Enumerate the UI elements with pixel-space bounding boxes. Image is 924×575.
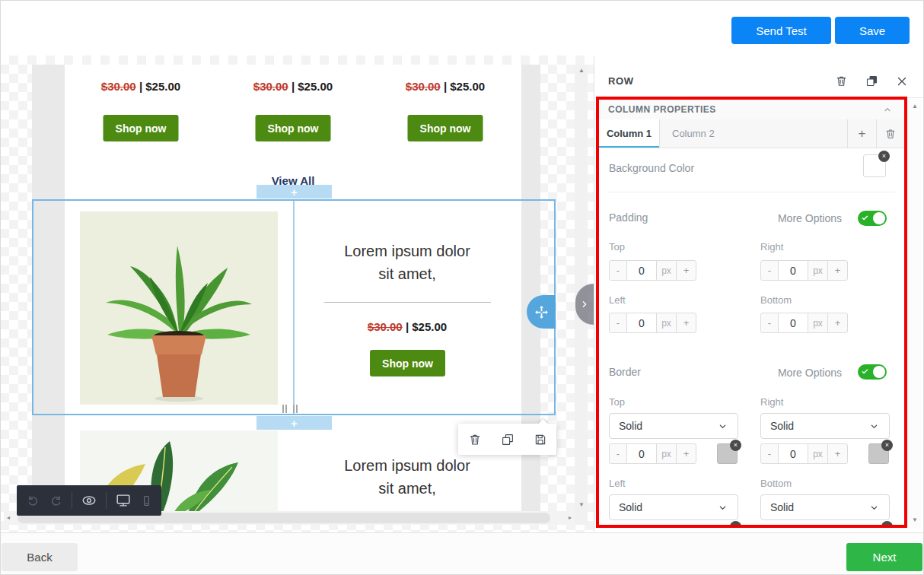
close-panel-button[interactable] — [892, 71, 912, 91]
preview-eye-icon — [81, 492, 97, 509]
border-left-width-value[interactable] — [626, 525, 657, 528]
padding-left-label: Left — [609, 294, 626, 306]
duplicate-row-button[interactable] — [862, 71, 881, 91]
background-color-swatch[interactable]: × — [863, 154, 886, 177]
unit-label: px — [808, 313, 828, 333]
fern-plant-image — [80, 211, 278, 405]
padding-more-options-label: More Options — [778, 212, 842, 224]
minus-icon[interactable]: - — [609, 443, 627, 464]
scroll-left-arrow[interactable]: ◂ — [7, 515, 10, 521]
plus-icon[interactable]: + — [827, 443, 848, 464]
preview-button[interactable] — [81, 492, 97, 509]
border-right-width-stepper: - px + — [760, 443, 848, 464]
unit-label: px — [808, 443, 828, 464]
padding-more-options-toggle[interactable] — [858, 211, 887, 226]
minus-icon[interactable]: - — [760, 313, 779, 333]
undo-icon — [26, 494, 40, 508]
insert-row-above-button[interactable]: + — [256, 185, 332, 199]
delete-column-button[interactable] — [877, 119, 904, 148]
plus-icon[interactable]: + — [827, 313, 848, 333]
scrollbar-corner — [575, 511, 588, 525]
padding-bottom-value[interactable] — [778, 313, 808, 333]
send-test-button[interactable]: Send Test — [731, 17, 831, 44]
insert-row-below-button[interactable]: + — [256, 416, 332, 430]
section-divider — [608, 192, 895, 192]
shop-now-button[interactable]: Shop now — [370, 350, 445, 376]
product-image-fern[interactable] — [80, 211, 278, 405]
product-price: $30.00 | $25.00 — [369, 80, 521, 93]
select-value: Solid — [619, 420, 642, 432]
border-left-width-stepper: - px + — [609, 525, 696, 528]
delete-row-button[interactable] — [831, 71, 851, 91]
back-button[interactable]: Back — [2, 543, 78, 571]
scroll-down-arrow[interactable]: ▼ — [578, 502, 585, 508]
product-price: $30.00 | $25.00 — [65, 80, 217, 93]
border-left-label: Left — [609, 478, 626, 489]
column-properties-highlight: COLUMN PROPERTIES Column 1 Column 2 + Ba… — [596, 97, 907, 528]
duplicate-block-button[interactable] — [498, 430, 518, 450]
border-right-color-swatch[interactable]: × — [868, 443, 889, 464]
panel-scrollbar[interactable]: ▲ ▼ — [908, 99, 922, 528]
plus-icon[interactable]: + — [676, 313, 696, 333]
save-button[interactable]: Save — [835, 17, 910, 44]
product-heading[interactable]: Lorem ipsum dolor sit amet, — [293, 240, 521, 285]
border-label: Border — [609, 366, 641, 378]
desktop-view-button[interactable] — [115, 492, 132, 509]
border-right-style-select[interactable]: Solid — [760, 413, 890, 439]
shop-now-button[interactable]: Shop now — [408, 115, 483, 141]
padding-top-value[interactable] — [626, 260, 657, 281]
minus-icon[interactable]: - — [760, 443, 779, 464]
border-top-color-swatch[interactable]: × — [717, 443, 738, 464]
border-more-options-toggle[interactable] — [858, 364, 887, 380]
tab-column-1[interactable]: Column 1 — [599, 119, 660, 148]
row-move-handle[interactable] — [527, 295, 556, 329]
column-resize-handle[interactable] — [282, 405, 299, 413]
padding-right-value[interactable] — [778, 260, 808, 281]
clear-color-button[interactable]: × — [881, 440, 893, 451]
plus-icon[interactable]: + — [676, 260, 696, 281]
border-left-color-swatch[interactable]: × — [717, 525, 738, 528]
padding-left-value[interactable] — [626, 313, 657, 333]
delete-block-button[interactable] — [465, 430, 485, 450]
add-column-button[interactable]: + — [848, 119, 877, 148]
next-button[interactable]: Next — [846, 543, 922, 571]
plus-icon[interactable]: + — [676, 443, 696, 464]
border-bottom-color-swatch[interactable]: × — [868, 525, 889, 528]
minus-icon[interactable]: - — [609, 260, 627, 281]
redo-button[interactable] — [49, 494, 63, 508]
duplicate-icon — [865, 75, 878, 87]
border-bottom-style-select[interactable]: Solid — [760, 494, 890, 520]
minus-icon[interactable]: - — [609, 313, 627, 333]
product-heading[interactable]: Lorem ipsum dolor sit amet, — [293, 454, 521, 500]
clear-color-button[interactable]: × — [730, 440, 741, 451]
tab-column-2[interactable]: Column 2 — [660, 119, 848, 148]
border-bottom-width-value[interactable] — [778, 525, 808, 528]
scroll-down-arrow[interactable]: ▼ — [912, 517, 918, 523]
clear-color-button[interactable]: × — [878, 151, 890, 162]
border-top-width-value[interactable] — [626, 443, 657, 464]
clear-color-button[interactable]: × — [881, 521, 893, 528]
border-top-style-select[interactable]: Solid — [609, 413, 738, 439]
chevron-up-icon[interactable] — [881, 103, 894, 116]
padding-right-label: Right — [760, 241, 783, 253]
scroll-up-arrow[interactable]: ▲ — [578, 68, 585, 74]
scroll-right-arrow[interactable]: ▸ — [569, 515, 572, 521]
save-block-button[interactable] — [531, 430, 550, 450]
minus-icon[interactable]: - — [760, 260, 779, 281]
shop-now-button[interactable]: Shop now — [256, 115, 331, 141]
select-value: Solid — [770, 420, 794, 432]
clear-color-button[interactable]: × — [730, 521, 741, 528]
plus-icon[interactable]: + — [827, 260, 848, 281]
scroll-up-arrow[interactable]: ▲ — [912, 103, 918, 110]
shop-now-button[interactable]: Shop now — [104, 115, 179, 141]
unit-label: px — [808, 260, 828, 281]
mobile-view-button[interactable] — [140, 494, 153, 507]
old-price: $30.00 — [406, 80, 441, 93]
heading-line: Lorem ipsum dolor — [293, 454, 521, 477]
column-properties-header[interactable]: COLUMN PROPERTIES — [599, 100, 904, 120]
border-left-style-select[interactable]: Solid — [609, 494, 738, 520]
product-price: $30.00 | $25.00 — [293, 320, 521, 333]
toolbar-separator — [106, 492, 107, 509]
border-right-width-value[interactable] — [778, 443, 808, 464]
undo-button[interactable] — [26, 494, 40, 508]
